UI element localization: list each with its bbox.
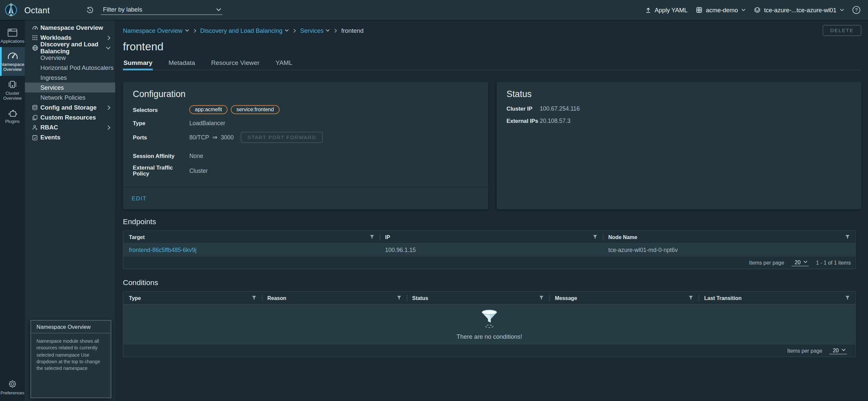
table-row: frontend-86c5ffb485-6kv9j 100.96.1.15 tc… [123, 243, 856, 256]
external-ips-value: 20.108.57.3 [539, 118, 570, 124]
endpoints-header-row: Target IP Node Name [123, 231, 856, 243]
chevron-down-icon[interactable] [185, 29, 189, 32]
sidebar-item-horizontal-pod-autoscalers[interactable]: Horizontal Pod Autoscalers [25, 63, 115, 72]
sidebar-subitem-label: Network Policies [40, 94, 85, 101]
filter-icon[interactable] [593, 235, 597, 239]
items-per-page-select[interactable]: 20 [830, 347, 847, 354]
configuration-footer: EDIT [123, 187, 488, 210]
sidebar-item-namespace-overview[interactable]: Namespace Overview [25, 23, 115, 33]
delete-button[interactable]: DELETE [823, 25, 861, 36]
type-value: LoadBalancer [189, 120, 225, 126]
brand: Octant [4, 3, 50, 17]
sidebar-item-network-policies[interactable]: Network Policies [25, 92, 115, 102]
configuration-card: Configuration Selectors app:acmefit serv… [123, 82, 488, 209]
column-header-reason: Reason [262, 292, 407, 304]
chevron-down-icon [841, 348, 846, 352]
tab-yaml[interactable]: YAML [275, 59, 293, 70]
items-per-page-value: 20 [833, 347, 839, 353]
label-filter-input[interactable] [103, 6, 216, 12]
help-icon[interactable] [852, 6, 860, 13]
breadcrumb-link[interactable]: Namespace Overview [123, 27, 182, 34]
filter-icon[interactable] [845, 235, 849, 239]
column-label: IP [385, 234, 390, 240]
sidebar-subitem-label: Overview [40, 54, 66, 61]
sidebar-item-label: Namespace Overview [40, 25, 103, 31]
rail-item-namespace-overview[interactable]: Namespace Overview [0, 47, 25, 75]
namespace-overview-icon [7, 51, 18, 60]
chevron-down-icon [105, 46, 111, 50]
endpoints-table: Target IP Node Name frontend-86c5ffb485-… [123, 230, 856, 269]
breadcrumb-services: Services [300, 27, 330, 34]
tab-summary[interactable]: Summary [123, 59, 153, 70]
sidebar-item-config-and-storage[interactable]: Config and Storage [25, 102, 115, 112]
tab-metadata[interactable]: Metadata [168, 59, 196, 70]
sidebar-item-discovery-and-load-balancing[interactable]: Discovery and Load Balancing [25, 43, 115, 53]
filter-icon[interactable] [252, 296, 256, 300]
breadcrumb-separator-icon [293, 28, 296, 33]
content-area: Namespace Overview Discovery and Load Ba… [115, 20, 868, 401]
column-label: Status [412, 295, 428, 301]
user-icon [32, 124, 38, 130]
sidebar-subitem-label: Horizontal Pod Autoscalers [40, 64, 114, 71]
apply-yaml-button[interactable]: Apply YAML [645, 7, 688, 13]
column-label: Reason [267, 295, 286, 301]
cluster-ip-label: Cluster IP [506, 105, 539, 112]
sidebar-item-ingresses[interactable]: Ingresses [25, 72, 115, 83]
sidebar-item-events[interactable]: Events [25, 132, 115, 143]
endpoint-target-link[interactable]: frontend-86c5ffb485-6kv9j [129, 246, 197, 253]
sidebar-item-custom-resources[interactable]: Custom Resources [25, 112, 115, 122]
chevron-right-icon [107, 125, 111, 130]
breadcrumb-link[interactable]: Services [300, 27, 324, 34]
rail-item-plugins[interactable]: Plugins [0, 104, 25, 127]
sidebar-nav: Namespace Overview Workloads Discover [25, 20, 115, 401]
sidebar-item-services[interactable]: Services [25, 83, 115, 92]
history-icon[interactable] [86, 6, 94, 13]
chevron-down-icon[interactable] [216, 8, 221, 11]
rail-item-applications[interactable]: Applications [0, 25, 25, 48]
storage-icon [32, 104, 38, 110]
namespace-grid-icon [696, 7, 703, 13]
column-label: Target [129, 234, 145, 240]
port-arrow-icon: ⇒ [212, 134, 217, 141]
external-traffic-policy-value: Cluster [189, 167, 208, 174]
column-label: Node Name [609, 234, 637, 240]
apply-yaml-label: Apply YAML [655, 7, 688, 13]
items-per-page-label: Items per page [749, 259, 784, 265]
filter-icon[interactable] [845, 296, 849, 300]
cluster-overview-icon [8, 80, 17, 89]
tab-bar: Summary Metadata Resource Viewer YAML [123, 59, 861, 70]
app-title: Octant [25, 5, 50, 14]
rail-label: Plugins [5, 119, 20, 124]
items-per-page-label: Items per page [787, 347, 822, 353]
start-port-forward-button[interactable]: START PORT FORWARD [241, 132, 323, 143]
chevron-down-icon [840, 8, 844, 11]
namespace-selector[interactable]: acme-demo [696, 7, 746, 13]
status-card: Status Cluster IP 100.67.254.116 Externa… [497, 82, 861, 209]
tab-resource-viewer[interactable]: Resource Viewer [211, 59, 260, 70]
cluster-icon [754, 7, 761, 13]
filter-icon[interactable] [397, 296, 401, 300]
filter-icon[interactable] [689, 296, 693, 300]
page-title: frontend [123, 40, 861, 53]
rail-item-preferences[interactable]: Preferences [0, 375, 25, 401]
chevron-down-icon[interactable] [326, 29, 330, 32]
chevron-down-icon[interactable] [285, 29, 289, 32]
conditions-table: Type Reason Status Message Last Transiti… [123, 291, 856, 357]
context-selector-label: tce-azure-...tce-azure-wl01 [764, 7, 837, 13]
filter-icon[interactable] [539, 296, 544, 300]
session-affinity-value: None [189, 152, 203, 159]
breadcrumb-link[interactable]: Discovery and Load Balancing [200, 27, 282, 34]
filter-icon[interactable] [370, 235, 374, 239]
sidebar-item-rbac[interactable]: RBAC [25, 123, 115, 132]
sidebar-item-label: Custom Resources [40, 114, 96, 121]
context-selector[interactable]: tce-azure-...tce-azure-wl01 [754, 7, 844, 13]
empty-filter-funnel-icon [478, 308, 500, 330]
column-label: Last Transition [704, 295, 742, 301]
items-per-page-select[interactable]: 20 [792, 259, 809, 266]
edit-link[interactable]: EDIT [132, 195, 147, 201]
ip-cell: 100.96.1.15 [380, 244, 603, 256]
sidebar-subitem-label: Ingresses [40, 74, 67, 81]
top-bar: Octant Apply YAML [0, 0, 868, 20]
copy-pages-icon [32, 114, 38, 120]
rail-item-cluster-overview[interactable]: Cluster Overview [0, 75, 25, 104]
